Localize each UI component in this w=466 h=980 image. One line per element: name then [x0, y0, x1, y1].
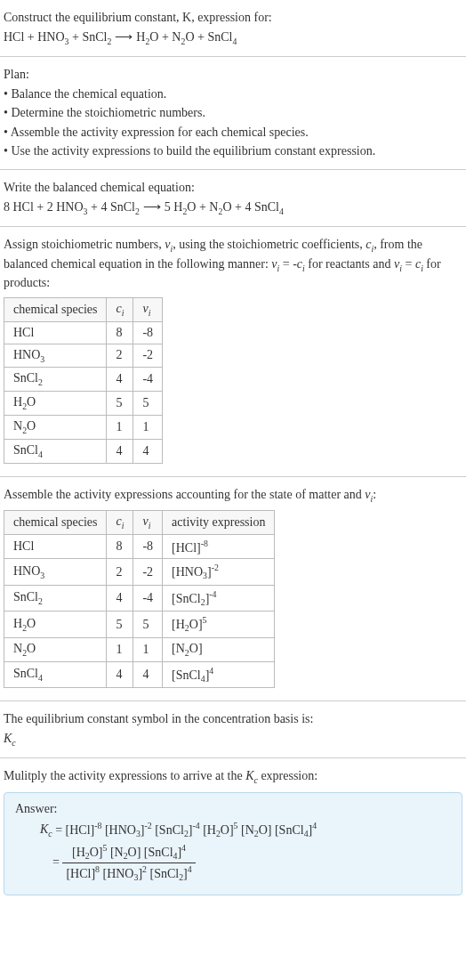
- table-row: H2O55[H2O]5: [4, 611, 275, 637]
- cell-species: SnCl2: [4, 585, 107, 611]
- answer-fraction: [H2O]5 [N2O] [SnCl4]4 [HCl]8 [HNO3]2 [Sn…: [62, 842, 195, 884]
- cell-species: N2O: [4, 415, 107, 439]
- cell-ci: 2: [107, 344, 133, 368]
- cell-activity: [N2O]: [163, 637, 275, 661]
- stoich-text: Assign stoichiometric numbers, νi, using…: [4, 236, 462, 292]
- table-row: SnCl24-4: [4, 368, 163, 392]
- table-row: N2O11: [4, 415, 163, 439]
- multiply-section: Mulitply the activity expressions to arr…: [0, 758, 466, 908]
- table-row: SnCl444: [4, 439, 163, 463]
- cell-vi: 4: [133, 439, 163, 463]
- cell-vi: -2: [133, 344, 163, 368]
- cell-ci: 8: [107, 534, 133, 559]
- activity-section: Assemble the activity expressions accoun…: [0, 477, 466, 702]
- balanced-section: Write the balanced chemical equation: 8 …: [0, 170, 466, 227]
- cell-ci: 4: [107, 661, 133, 687]
- cell-ci: 4: [107, 439, 133, 463]
- intro-text: Construct the equilibrium constant, K, e…: [4, 11, 272, 24]
- balanced-equation: 8 HCl + 2 HNO3 + 4 SnCl2⟶5 H2O + N2O + 4…: [4, 198, 462, 218]
- cell-activity: [HNO3]-2: [163, 559, 275, 585]
- table-row: HCl8-8[HCl]-8: [4, 534, 275, 559]
- cell-vi: 1: [133, 637, 163, 661]
- cell-species: HNO3: [4, 559, 107, 585]
- col-species: chemical species: [4, 511, 107, 535]
- table-row: N2O11[N2O]: [4, 637, 275, 661]
- plan-bullet-1: • Balance the chemical equation.: [4, 85, 462, 103]
- assemble-text: Assemble the activity expressions accoun…: [4, 486, 462, 506]
- cell-activity: [SnCl2]-4: [163, 585, 275, 611]
- plan-bullet-3: • Assemble the activity expression for e…: [4, 124, 462, 142]
- cell-species: HNO3: [4, 344, 107, 368]
- table-row: SnCl24-4[SnCl2]-4: [4, 585, 275, 611]
- table-row: HNO32-2: [4, 344, 163, 368]
- table-row: SnCl444[SnCl4]4: [4, 661, 275, 687]
- answer-line-2: = [H2O]5 [N2O] [SnCl4]4 [HCl]8 [HNO3]2 […: [40, 842, 451, 884]
- plan-bullet-4: • Use the activity expressions to build …: [4, 142, 462, 160]
- cell-species: SnCl4: [4, 661, 107, 687]
- plan-section: Plan: • Balance the chemical equation. •…: [0, 57, 466, 170]
- cell-activity: [SnCl4]4: [163, 661, 275, 687]
- col-ci: ci: [107, 511, 133, 535]
- fraction-denominator: [HCl]8 [HNO3]2 [SnCl2]4: [62, 863, 195, 884]
- table-row: HCl8-8: [4, 321, 163, 344]
- answer-box: Answer: Kc = [HCl]-8 [HNO3]-2 [SnCl2]-4 …: [4, 792, 462, 895]
- cell-vi: 1: [133, 415, 163, 439]
- cell-vi: 4: [133, 661, 163, 687]
- col-activity: activity expression: [163, 511, 275, 535]
- cell-activity: [HCl]-8: [163, 534, 275, 559]
- cell-species: SnCl4: [4, 439, 107, 463]
- cell-vi: -8: [133, 321, 163, 344]
- fraction-numerator: [H2O]5 [N2O] [SnCl4]4: [62, 842, 195, 863]
- cell-ci: 4: [107, 585, 133, 611]
- answer-line-1: Kc = [HCl]-8 [HNO3]-2 [SnCl2]-4 [H2O]5 […: [40, 820, 451, 840]
- cell-ci: 1: [107, 637, 133, 661]
- col-ci: ci: [107, 297, 133, 321]
- cell-ci: 2: [107, 559, 133, 585]
- cell-ci: 4: [107, 368, 133, 392]
- cell-vi: 5: [133, 611, 163, 637]
- cell-ci: 5: [107, 611, 133, 637]
- cell-species: H2O: [4, 611, 107, 637]
- cell-species: HCl: [4, 534, 107, 559]
- col-species: chemical species: [4, 297, 107, 321]
- plan-bullet-2: • Determine the stoichiometric numbers.: [4, 104, 462, 122]
- cell-species: HCl: [4, 321, 107, 344]
- plan-title: Plan:: [4, 66, 462, 84]
- stoich-section: Assign stoichiometric numbers, νi, using…: [0, 227, 466, 476]
- cell-ci: 5: [107, 392, 133, 416]
- intro-line: Construct the equilibrium constant, K, e…: [4, 9, 462, 27]
- answer-content: Kc = [HCl]-8 [HNO3]-2 [SnCl2]-4 [H2O]5 […: [15, 820, 451, 884]
- cell-species: H2O: [4, 392, 107, 416]
- cell-vi: -8: [133, 534, 163, 559]
- col-vi: νi: [133, 511, 163, 535]
- cell-species: SnCl2: [4, 368, 107, 392]
- intro-equation: HCl + HNO3 + SnCl2⟶H2O + N2O + SnCl4: [4, 28, 462, 48]
- col-vi: νi: [133, 297, 163, 321]
- table-row: H2O55: [4, 392, 163, 416]
- cell-activity: [H2O]5: [163, 611, 275, 637]
- table-row: HNO32-2[HNO3]-2: [4, 559, 275, 585]
- cell-vi: -2: [133, 559, 163, 585]
- activity-table: chemical species ci νi activity expressi…: [4, 510, 275, 688]
- cell-species: N2O: [4, 637, 107, 661]
- balanced-title: Write the balanced chemical equation:: [4, 179, 462, 197]
- cell-vi: -4: [133, 368, 163, 392]
- answer-label: Answer:: [15, 802, 451, 816]
- cell-ci: 1: [107, 415, 133, 439]
- cell-vi: 5: [133, 392, 163, 416]
- table-header-row: chemical species ci νi activity expressi…: [4, 511, 275, 535]
- multiply-text: Mulitply the activity expressions to arr…: [4, 767, 462, 787]
- cell-ci: 8: [107, 321, 133, 344]
- stoich-table: chemical species ci νi HCl8-8 HNO32-2 Sn…: [4, 297, 163, 464]
- kc-symbol: Kc: [4, 730, 462, 749]
- kc-symbol-section: The equilibrium constant symbol in the c…: [0, 701, 466, 758]
- cell-vi: -4: [133, 585, 163, 611]
- kc-symbol-text: The equilibrium constant symbol in the c…: [4, 710, 462, 728]
- intro-section: Construct the equilibrium constant, K, e…: [0, 0, 466, 57]
- table-header-row: chemical species ci νi: [4, 297, 163, 321]
